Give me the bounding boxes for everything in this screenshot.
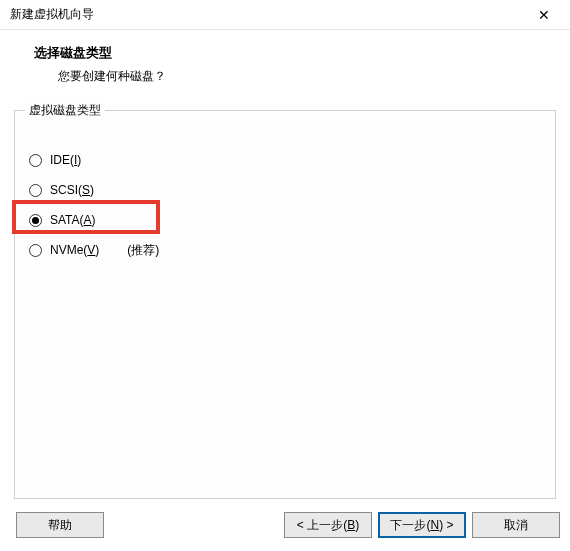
close-button[interactable]: ✕	[524, 1, 564, 29]
option-sata[interactable]: SATA(A)	[29, 205, 541, 235]
radio-icon	[29, 244, 42, 257]
page-subtitle: 您要创建何种磁盘？	[34, 68, 550, 85]
option-scsi[interactable]: SCSI(S)	[29, 175, 541, 205]
wizard-footer: 帮助 < 上一步(B) 下一步(N) > 取消	[0, 499, 570, 551]
close-icon: ✕	[538, 7, 550, 23]
option-nvme-recommended: (推荐)	[127, 242, 159, 259]
page-title: 选择磁盘类型	[34, 44, 550, 62]
cancel-button[interactable]: 取消	[472, 512, 560, 538]
option-nvme[interactable]: NVMe(V) (推荐)	[29, 235, 541, 265]
options-container: IDE(I) SCSI(S) SATA(A) NVMe(V) (推荐)	[15, 111, 555, 275]
next-button[interactable]: 下一步(N) >	[378, 512, 466, 538]
title-bar: 新建虚拟机向导 ✕	[0, 0, 570, 30]
radio-icon	[29, 214, 42, 227]
radio-icon	[29, 184, 42, 197]
disk-type-group: 虚拟磁盘类型 IDE(I) SCSI(S) SATA(A) NVMe(V)	[14, 110, 556, 499]
option-ide-label: IDE(I)	[50, 153, 81, 167]
wizard-header: 选择磁盘类型 您要创建何种磁盘？	[0, 30, 570, 97]
option-ide[interactable]: IDE(I)	[29, 145, 541, 175]
help-button[interactable]: 帮助	[16, 512, 104, 538]
back-button[interactable]: < 上一步(B)	[284, 512, 372, 538]
window-title: 新建虚拟机向导	[10, 6, 94, 23]
group-label: 虚拟磁盘类型	[25, 102, 105, 119]
option-scsi-label: SCSI(S)	[50, 183, 94, 197]
option-sata-label: SATA(A)	[50, 213, 96, 227]
option-nvme-label: NVMe(V)	[50, 243, 99, 257]
radio-icon	[29, 154, 42, 167]
